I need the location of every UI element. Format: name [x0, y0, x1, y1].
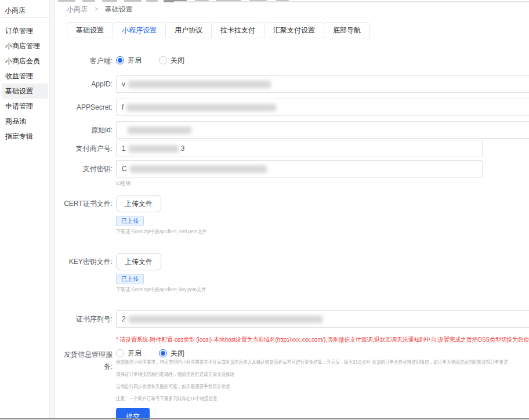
merchant-id-masked-value: [129, 145, 179, 153]
shipping-note-line: 注意：一个商户订单号下最多只能存在10个物流信息: [116, 393, 508, 405]
client-on-label[interactable]: 开启: [128, 56, 142, 66]
pay-key-masked-value: [130, 165, 267, 173]
sidebar-item-product-pool[interactable]: 商品池: [2, 114, 48, 129]
appsecret-input[interactable]: f: [116, 99, 529, 116]
breadcrumb-root[interactable]: 小商店: [67, 5, 88, 13]
cert-file-label: CERT证书文件:: [58, 195, 113, 212]
settings-tabs: 基础设置 小程序设置 用户协议 拉卡拉支付 汇聚支付设置 底部导航: [67, 22, 370, 38]
sidebar-item-order-management[interactable]: 订单管理: [2, 23, 48, 38]
shipping-notes: 根据微信小程序要求，特定类型的小程序需要在平台完成发货信息录入及确认收货流程后方…: [116, 356, 508, 405]
merchant-id-input[interactable]: 1 3: [116, 140, 483, 157]
tab-miniprogram-settings[interactable]: 小程序设置: [113, 22, 166, 38]
sidebar-item-designated-album[interactable]: 指定专辑: [2, 129, 48, 144]
appsecret-label: APPSecret:: [58, 99, 113, 116]
merchant-id-value-suffix: 3: [181, 144, 185, 153]
tab-lakala-pay[interactable]: 拉卡拉支付: [211, 22, 264, 38]
appid-label: AppID:: [58, 75, 113, 93]
key-file-label: KEY密钥文件:: [58, 253, 113, 270]
sidebar-nav: 订单管理 小商店管理 小商店会员 收益管理 基础设置 申请管理 商品池 指定专辑: [2, 23, 48, 144]
admin-settings-screen: 小商店 订单管理 小商店管理 小商店会员 收益管理 基础设置 申请管理 商品池 …: [0, 0, 529, 420]
cert-serial-label: 证书序列号:: [58, 310, 113, 328]
shipping-note-line: 根据微信小程序要求，特定类型的小程序需要在平台完成发货信息录入及确认收货流程后方…: [116, 356, 508, 368]
cert-uploaded-badge: 已上传: [116, 216, 144, 226]
sidebar-content-gutter: [49, 0, 55, 420]
shipping-note-line: 请保证订单物流信息的准确性，物流信息推送成功后无法修改: [116, 368, 508, 381]
tab-user-agreement[interactable]: 用户协议: [165, 22, 212, 38]
appsecret-masked-value: [126, 104, 276, 111]
pay-key-label: 支付密钥:: [58, 160, 113, 178]
cropped-top-row: [0, 0, 529, 3]
merchant-id-label: 支付商户号:: [58, 140, 113, 157]
sidebar-item-revenue-management[interactable]: 收益管理: [2, 68, 48, 84]
merchant-id-value-prefix: 1: [122, 144, 126, 153]
window-bottom-border: [0, 418, 529, 419]
sidebar-item-shop-members[interactable]: 小商店会员: [2, 53, 48, 68]
breadcrumb-current: 基础设置: [105, 5, 133, 13]
tab-huiju-pay-settings[interactable]: 汇聚支付设置: [264, 22, 324, 38]
pay-key-input[interactable]: C: [116, 160, 483, 178]
sidebar-item-application-management[interactable]: 申请管理: [2, 99, 48, 114]
appid-value-prefix: v: [122, 80, 125, 88]
tab-footer-nav[interactable]: 底部导航: [324, 22, 370, 38]
shipping-service-label: 发货信息管理服务:: [58, 349, 113, 373]
breadcrumb-separator: >: [94, 5, 98, 13]
cert-upload-button[interactable]: 上传文件: [116, 195, 161, 212]
cert-serial-masked-value: [129, 316, 323, 323]
sidebar-title: 小商店: [0, 0, 49, 17]
original-id-label: 原始id:: [58, 121, 113, 139]
client-on-radio[interactable]: [116, 56, 124, 64]
appid-masked-value: [128, 81, 271, 88]
original-id-masked-value: [128, 126, 191, 134]
appid-input[interactable]: v: [116, 75, 529, 93]
client-off-label[interactable]: 关闭: [171, 56, 184, 66]
key-uploaded-badge: 已上传: [116, 274, 144, 284]
oss-config-warning: * 请设置系统-附件配置-oss类型 (local)-本地host设置为当前域名…: [116, 336, 529, 344]
shipping-note-line: 自动进行同步发货有失败的可能，如失败需要手动同步发货: [116, 381, 508, 393]
cert-serial-value-prefix: 2: [122, 315, 126, 323]
sidebar-item-shop-management[interactable]: 小商店管理: [2, 38, 48, 53]
key-upload-button[interactable]: 上传文件: [116, 253, 161, 270]
v3-key-note: v3密钥: [116, 180, 131, 187]
client-off-radio[interactable]: [159, 56, 167, 64]
tab-basic-settings[interactable]: 基础设置: [67, 22, 113, 38]
key-download-note: 下载证书cert.zip中的apiclient_key.pem文件: [116, 286, 206, 294]
original-id-input[interactable]: [116, 121, 529, 139]
client-radio-group: 开启 关闭: [116, 56, 202, 65]
cert-download-note: 下载证书cert.zip中的apiclient_cert.pem文件: [116, 228, 207, 236]
sidebar-item-basic-settings[interactable]: 基础设置: [2, 84, 48, 99]
breadcrumb: 小商店 > 基础设置: [67, 5, 133, 15]
appsecret-value-prefix: f: [122, 103, 124, 111]
cert-serial-input[interactable]: 2: [116, 310, 529, 328]
pay-key-value-prefix: C: [122, 165, 127, 173]
sidebar-divider: [0, 17, 49, 18]
client-label: 客户端:: [58, 56, 113, 66]
sidebar: 小商店 订单管理 小商店管理 小商店会员 收益管理 基础设置 申请管理 商品池 …: [0, 0, 49, 420]
